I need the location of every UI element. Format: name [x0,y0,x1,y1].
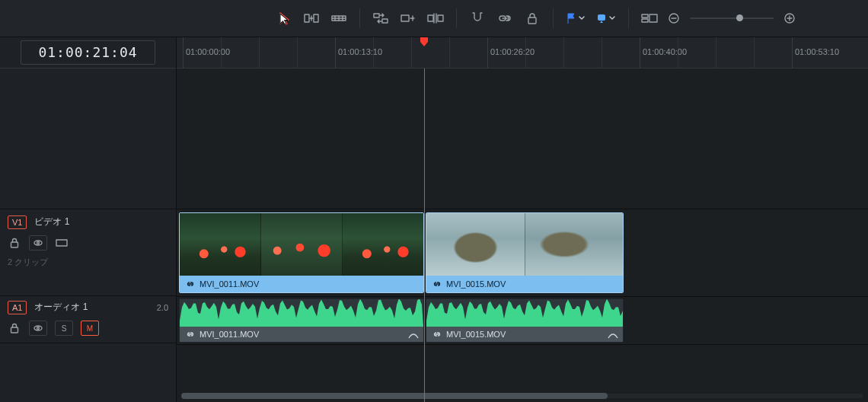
video-clip[interactable]: MVI_0015.MOV [426,212,624,293]
clip-label: MVI_0015.MOV [446,279,506,289]
selection-tool-icon[interactable] [276,10,292,27]
svg-rect-17 [56,240,67,246]
video-track-lane[interactable]: MVI_0011.MOVMVI_0015.MOV [177,209,868,297]
video-track-name: ビデオ 1 [34,216,69,228]
mute-button[interactable]: M [81,321,99,336]
svg-rect-11 [642,19,648,22]
zoom-track[interactable] [690,18,774,19]
insert-tool-icon[interactable] [330,10,347,27]
clip-link-icon [432,330,442,339]
audio-clip[interactable]: MVI_0015.MOV [426,298,624,343]
audio-track-header[interactable]: A1 オーディオ 1 2.0 S M [0,296,176,343]
ruler-label: 01:00:40:00 [643,46,687,57]
clip-link-icon [432,279,442,289]
video-track-tag[interactable]: V1 [8,215,27,229]
clip-label: MVI_0011.MOV [199,329,259,340]
clip-count-label: 2 クリップ [8,257,168,267]
svg-rect-4 [382,19,388,23]
blade-tool-icon[interactable] [303,10,320,27]
timeline-area[interactable]: 01:00:00:0001:00:13:1001:00:26:2001:00:4… [177,37,868,402]
audio-track-lane[interactable]: MVI_0011.MOVMVI_0015.MOV [177,297,868,345]
audio-clip[interactable]: MVI_0011.MOV [179,298,424,343]
fade-icon [408,329,419,340]
ruler-label: 01:00:26:20 [490,46,535,57]
track-lock-icon[interactable] [8,236,21,250]
zoom-out-icon[interactable] [665,10,682,27]
ripple-tool-icon[interactable] [427,10,444,27]
clip-label: MVI_0011.MOV [199,279,259,289]
video-clip[interactable]: MVI_0011.MOV [179,212,424,293]
svg-rect-1 [314,14,318,22]
track-thumb-icon[interactable] [55,236,69,250]
svg-rect-10 [642,14,648,18]
svg-rect-0 [305,14,309,22]
solo-button[interactable]: S [55,321,73,336]
clip-thumbnail [343,213,423,276]
svg-rect-12 [649,14,657,22]
auto-select-icon[interactable] [29,235,47,250]
clip-thumbnail [426,213,525,276]
clip-thumbnail [261,213,343,276]
audio-auto-select-icon[interactable] [29,321,47,336]
snap-icon[interactable] [469,10,486,27]
svg-rect-3 [374,14,379,18]
ruler-label: 01:00:00:00 [186,46,230,57]
chevron-down-icon [578,14,586,22]
clip-link-icon [186,330,195,339]
link-icon[interactable] [496,10,513,27]
svg-rect-6 [428,15,433,21]
chevron-down-icon [608,14,616,22]
clip-label: MVI_0015.MOV [446,329,506,340]
svg-rect-8 [528,18,536,24]
fade-icon [608,329,618,340]
audio-track-tag[interactable]: A1 [8,301,27,314]
svg-point-19 [37,327,40,330]
playhead-handle[interactable] [419,37,429,48]
ruler-label: 01:00:53:10 [795,46,839,57]
svg-rect-9 [598,14,605,21]
zoom-thumb[interactable] [736,14,743,21]
audio-track-name: オーディオ 1 [34,302,88,314]
horizontal-scrollbar[interactable] [177,391,868,399]
timeline-toolbar [0,0,868,37]
timecode-display[interactable]: 01:00:21:04 [0,37,176,69]
clip-link-icon [186,279,195,289]
audio-channels: 2.0 [157,302,168,313]
flag-marker-menu[interactable] [566,12,586,24]
timeline-view-options-icon[interactable] [641,10,658,27]
marker-menu[interactable] [596,13,616,24]
scrollbar-thumb[interactable] [181,393,608,399]
svg-point-16 [37,242,40,244]
svg-rect-15 [11,242,18,247]
svg-rect-7 [438,15,443,21]
timecode-value: 01:00:21:04 [21,40,155,65]
clip-thumbnail [180,213,261,276]
clip-thumbnail [525,213,624,276]
lock-icon[interactable] [524,10,541,27]
time-ruler[interactable]: 01:00:00:0001:00:13:1001:00:26:2001:00:4… [177,37,868,69]
append-tool-icon[interactable] [400,10,416,27]
ruler-label: 01:00:13:10 [338,46,382,57]
zoom-in-icon[interactable] [781,10,798,27]
video-track-header[interactable]: V1 ビデオ 1 2 クリップ [0,209,176,296]
zoom-slider[interactable] [665,10,798,27]
audio-track-lock-icon[interactable] [8,321,21,335]
track-header-panel: 01:00:21:04 V1 ビデオ 1 [0,37,177,402]
svg-rect-18 [11,327,18,333]
svg-rect-5 [401,15,409,21]
playhead-line [424,69,425,402]
swap-tool-icon[interactable] [372,10,389,27]
